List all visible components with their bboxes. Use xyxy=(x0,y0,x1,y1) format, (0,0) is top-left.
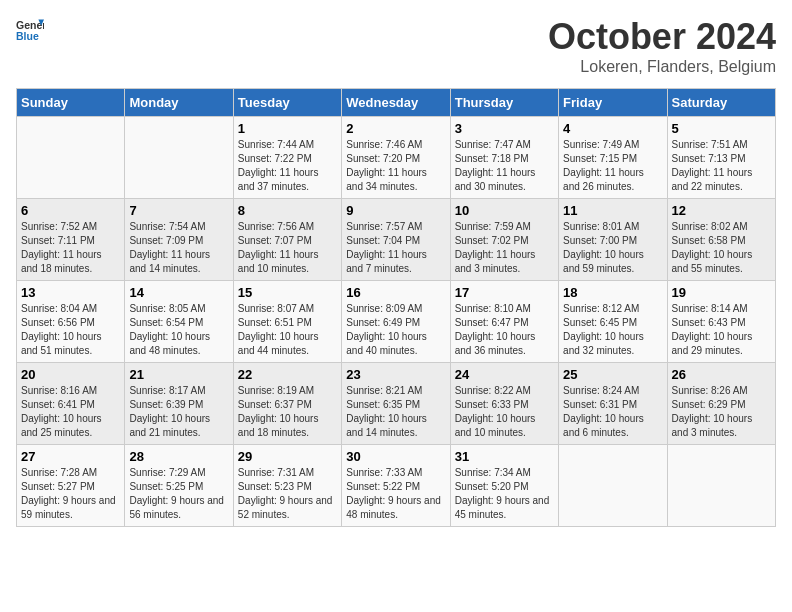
day-detail: Sunrise: 7:46 AM Sunset: 7:20 PM Dayligh… xyxy=(346,138,445,194)
calendar-cell: 5Sunrise: 7:51 AM Sunset: 7:13 PM Daylig… xyxy=(667,117,775,199)
day-detail: Sunrise: 8:16 AM Sunset: 6:41 PM Dayligh… xyxy=(21,384,120,440)
calendar-cell: 28Sunrise: 7:29 AM Sunset: 5:25 PM Dayli… xyxy=(125,445,233,527)
calendar-cell: 19Sunrise: 8:14 AM Sunset: 6:43 PM Dayli… xyxy=(667,281,775,363)
day-detail: Sunrise: 7:28 AM Sunset: 5:27 PM Dayligh… xyxy=(21,466,120,522)
day-number: 12 xyxy=(672,203,771,218)
day-number: 8 xyxy=(238,203,337,218)
day-detail: Sunrise: 8:14 AM Sunset: 6:43 PM Dayligh… xyxy=(672,302,771,358)
calendar-cell: 3Sunrise: 7:47 AM Sunset: 7:18 PM Daylig… xyxy=(450,117,558,199)
day-number: 31 xyxy=(455,449,554,464)
calendar-cell: 31Sunrise: 7:34 AM Sunset: 5:20 PM Dayli… xyxy=(450,445,558,527)
day-detail: Sunrise: 8:17 AM Sunset: 6:39 PM Dayligh… xyxy=(129,384,228,440)
calendar-cell: 27Sunrise: 7:28 AM Sunset: 5:27 PM Dayli… xyxy=(17,445,125,527)
day-number: 10 xyxy=(455,203,554,218)
calendar-cell: 23Sunrise: 8:21 AM Sunset: 6:35 PM Dayli… xyxy=(342,363,450,445)
day-number: 7 xyxy=(129,203,228,218)
day-detail: Sunrise: 7:31 AM Sunset: 5:23 PM Dayligh… xyxy=(238,466,337,522)
weekday-header: Wednesday xyxy=(342,89,450,117)
day-detail: Sunrise: 7:44 AM Sunset: 7:22 PM Dayligh… xyxy=(238,138,337,194)
day-detail: Sunrise: 8:07 AM Sunset: 6:51 PM Dayligh… xyxy=(238,302,337,358)
day-number: 21 xyxy=(129,367,228,382)
calendar-cell: 20Sunrise: 8:16 AM Sunset: 6:41 PM Dayli… xyxy=(17,363,125,445)
calendar-cell: 22Sunrise: 8:19 AM Sunset: 6:37 PM Dayli… xyxy=(233,363,341,445)
weekday-header: Saturday xyxy=(667,89,775,117)
day-detail: Sunrise: 7:34 AM Sunset: 5:20 PM Dayligh… xyxy=(455,466,554,522)
day-detail: Sunrise: 8:04 AM Sunset: 6:56 PM Dayligh… xyxy=(21,302,120,358)
day-detail: Sunrise: 7:57 AM Sunset: 7:04 PM Dayligh… xyxy=(346,220,445,276)
calendar-cell: 9Sunrise: 7:57 AM Sunset: 7:04 PM Daylig… xyxy=(342,199,450,281)
day-number: 4 xyxy=(563,121,662,136)
calendar-week-row: 27Sunrise: 7:28 AM Sunset: 5:27 PM Dayli… xyxy=(17,445,776,527)
logo-icon: General Blue xyxy=(16,16,44,44)
calendar-cell: 6Sunrise: 7:52 AM Sunset: 7:11 PM Daylig… xyxy=(17,199,125,281)
day-detail: Sunrise: 8:19 AM Sunset: 6:37 PM Dayligh… xyxy=(238,384,337,440)
day-number: 27 xyxy=(21,449,120,464)
day-detail: Sunrise: 8:02 AM Sunset: 6:58 PM Dayligh… xyxy=(672,220,771,276)
day-number: 9 xyxy=(346,203,445,218)
calendar-cell: 17Sunrise: 8:10 AM Sunset: 6:47 PM Dayli… xyxy=(450,281,558,363)
day-number: 3 xyxy=(455,121,554,136)
weekday-header: Thursday xyxy=(450,89,558,117)
calendar-cell: 2Sunrise: 7:46 AM Sunset: 7:20 PM Daylig… xyxy=(342,117,450,199)
day-number: 23 xyxy=(346,367,445,382)
day-number: 30 xyxy=(346,449,445,464)
weekday-header: Friday xyxy=(559,89,667,117)
header: General Blue October 2024 Lokeren, Fland… xyxy=(16,16,776,76)
day-detail: Sunrise: 8:24 AM Sunset: 6:31 PM Dayligh… xyxy=(563,384,662,440)
calendar-cell xyxy=(667,445,775,527)
calendar-cell: 11Sunrise: 8:01 AM Sunset: 7:00 PM Dayli… xyxy=(559,199,667,281)
calendar-cell: 16Sunrise: 8:09 AM Sunset: 6:49 PM Dayli… xyxy=(342,281,450,363)
weekday-header: Sunday xyxy=(17,89,125,117)
day-number: 11 xyxy=(563,203,662,218)
calendar-week-row: 13Sunrise: 8:04 AM Sunset: 6:56 PM Dayli… xyxy=(17,281,776,363)
day-detail: Sunrise: 8:05 AM Sunset: 6:54 PM Dayligh… xyxy=(129,302,228,358)
day-number: 17 xyxy=(455,285,554,300)
day-detail: Sunrise: 7:56 AM Sunset: 7:07 PM Dayligh… xyxy=(238,220,337,276)
day-detail: Sunrise: 7:51 AM Sunset: 7:13 PM Dayligh… xyxy=(672,138,771,194)
day-number: 15 xyxy=(238,285,337,300)
day-detail: Sunrise: 7:33 AM Sunset: 5:22 PM Dayligh… xyxy=(346,466,445,522)
day-detail: Sunrise: 8:21 AM Sunset: 6:35 PM Dayligh… xyxy=(346,384,445,440)
calendar-week-row: 20Sunrise: 8:16 AM Sunset: 6:41 PM Dayli… xyxy=(17,363,776,445)
day-detail: Sunrise: 8:09 AM Sunset: 6:49 PM Dayligh… xyxy=(346,302,445,358)
day-detail: Sunrise: 8:26 AM Sunset: 6:29 PM Dayligh… xyxy=(672,384,771,440)
day-number: 5 xyxy=(672,121,771,136)
calendar-cell: 7Sunrise: 7:54 AM Sunset: 7:09 PM Daylig… xyxy=(125,199,233,281)
day-detail: Sunrise: 7:49 AM Sunset: 7:15 PM Dayligh… xyxy=(563,138,662,194)
day-detail: Sunrise: 8:01 AM Sunset: 7:00 PM Dayligh… xyxy=(563,220,662,276)
weekday-header: Tuesday xyxy=(233,89,341,117)
location-title: Lokeren, Flanders, Belgium xyxy=(548,58,776,76)
calendar-cell: 25Sunrise: 8:24 AM Sunset: 6:31 PM Dayli… xyxy=(559,363,667,445)
calendar-cell: 12Sunrise: 8:02 AM Sunset: 6:58 PM Dayli… xyxy=(667,199,775,281)
calendar-cell: 29Sunrise: 7:31 AM Sunset: 5:23 PM Dayli… xyxy=(233,445,341,527)
month-title: October 2024 xyxy=(548,16,776,58)
day-detail: Sunrise: 7:52 AM Sunset: 7:11 PM Dayligh… xyxy=(21,220,120,276)
day-number: 25 xyxy=(563,367,662,382)
day-number: 14 xyxy=(129,285,228,300)
calendar-cell xyxy=(125,117,233,199)
day-number: 29 xyxy=(238,449,337,464)
calendar-cell xyxy=(17,117,125,199)
day-number: 20 xyxy=(21,367,120,382)
day-number: 16 xyxy=(346,285,445,300)
day-number: 24 xyxy=(455,367,554,382)
calendar-cell: 8Sunrise: 7:56 AM Sunset: 7:07 PM Daylig… xyxy=(233,199,341,281)
day-detail: Sunrise: 7:59 AM Sunset: 7:02 PM Dayligh… xyxy=(455,220,554,276)
day-detail: Sunrise: 7:47 AM Sunset: 7:18 PM Dayligh… xyxy=(455,138,554,194)
day-number: 13 xyxy=(21,285,120,300)
day-detail: Sunrise: 7:29 AM Sunset: 5:25 PM Dayligh… xyxy=(129,466,228,522)
day-number: 28 xyxy=(129,449,228,464)
svg-text:Blue: Blue xyxy=(16,30,39,42)
day-number: 26 xyxy=(672,367,771,382)
day-number: 22 xyxy=(238,367,337,382)
day-detail: Sunrise: 8:10 AM Sunset: 6:47 PM Dayligh… xyxy=(455,302,554,358)
day-detail: Sunrise: 8:22 AM Sunset: 6:33 PM Dayligh… xyxy=(455,384,554,440)
calendar-cell: 18Sunrise: 8:12 AM Sunset: 6:45 PM Dayli… xyxy=(559,281,667,363)
day-number: 2 xyxy=(346,121,445,136)
day-detail: Sunrise: 7:54 AM Sunset: 7:09 PM Dayligh… xyxy=(129,220,228,276)
calendar-week-row: 1Sunrise: 7:44 AM Sunset: 7:22 PM Daylig… xyxy=(17,117,776,199)
day-number: 1 xyxy=(238,121,337,136)
day-number: 6 xyxy=(21,203,120,218)
calendar-cell: 15Sunrise: 8:07 AM Sunset: 6:51 PM Dayli… xyxy=(233,281,341,363)
calendar-cell: 14Sunrise: 8:05 AM Sunset: 6:54 PM Dayli… xyxy=(125,281,233,363)
